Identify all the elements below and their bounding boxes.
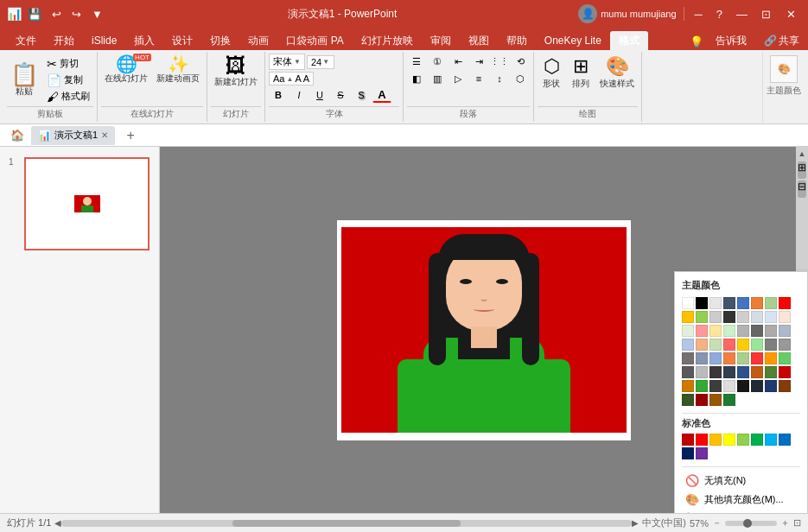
- shadow-btn[interactable]: S: [352, 87, 371, 103]
- color-menu-more-colors[interactable]: 🎨其他填充颜色(M)...: [682, 490, 800, 509]
- file-tab-close[interactable]: ✕: [101, 130, 108, 140]
- light-icon[interactable]: 💡: [686, 34, 707, 50]
- standard-color-swatch[interactable]: [696, 434, 708, 446]
- scroll-thumb-top-small[interactable]: ⊞: [798, 162, 806, 179]
- theme-color-swatch[interactable]: [737, 297, 749, 309]
- save-btn[interactable]: 💾: [24, 6, 45, 22]
- theme-color-swatch[interactable]: [709, 311, 722, 323]
- theme-color-swatch[interactable]: [709, 366, 722, 378]
- theme-color-swatch[interactable]: [723, 380, 735, 392]
- theme-color-swatch[interactable]: [696, 366, 708, 378]
- underline-btn[interactable]: U: [310, 87, 329, 103]
- theme-color-swatch[interactable]: [779, 311, 791, 323]
- theme-color-swatch[interactable]: [751, 366, 763, 378]
- indent-decrease-btn[interactable]: ⇤: [449, 54, 468, 69]
- fit-btn[interactable]: ⊡: [793, 517, 801, 529]
- window-minimize-btn[interactable]: —: [733, 6, 751, 22]
- online-slides-btn[interactable]: HOT 🌐 在线幻灯片: [101, 54, 151, 86]
- standard-color-swatch[interactable]: [723, 434, 735, 446]
- theme-color-swatch[interactable]: [696, 339, 708, 351]
- tab-share[interactable]: 🔗共享: [755, 31, 808, 50]
- strikethrough-btn[interactable]: S: [331, 87, 350, 103]
- tab-tell-me[interactable]: 告诉我: [707, 31, 755, 50]
- bullets-btn[interactable]: ☰: [407, 54, 426, 69]
- theme-color-swatch[interactable]: [709, 352, 722, 364]
- tab-pocketanim[interactable]: 口袋动画 PA: [277, 31, 352, 50]
- standard-color-swatch[interactable]: [696, 447, 708, 459]
- tab-slideshow[interactable]: 幻灯片放映: [353, 31, 422, 50]
- theme-color-swatch[interactable]: [751, 352, 763, 364]
- slide-thumb-1[interactable]: [24, 157, 150, 250]
- theme-color-swatch[interactable]: [723, 297, 735, 309]
- copy-btn[interactable]: 📄复制: [43, 73, 93, 88]
- theme-color-swatch[interactable]: [682, 311, 694, 323]
- undo-btn[interactable]: ↩: [48, 6, 65, 22]
- theme-color-swatch[interactable]: [709, 380, 722, 392]
- smart-art-btn[interactable]: ⬡: [511, 71, 530, 86]
- new-file-btn[interactable]: +: [122, 127, 139, 144]
- tab-file[interactable]: 文件: [7, 31, 45, 50]
- arrange-btn[interactable]: ⊞ 排列: [567, 54, 595, 92]
- user-area[interactable]: 👤 mumu mumujiang: [578, 4, 676, 23]
- window-restore-btn[interactable]: ⊡: [758, 6, 774, 22]
- theme-color-swatch[interactable]: [779, 325, 791, 337]
- theme-color-swatch[interactable]: [765, 311, 777, 323]
- theme-color-swatch[interactable]: [696, 352, 708, 364]
- theme-color-swatch[interactable]: [779, 297, 791, 309]
- file-tab-1[interactable]: 📊 演示文稿1 ✕: [31, 126, 115, 145]
- columns-btn[interactable]: ⋮⋮: [490, 54, 509, 69]
- theme-color-swatch[interactable]: [696, 394, 708, 406]
- align-left-btn[interactable]: ◧: [407, 71, 426, 86]
- theme-color-swatch[interactable]: [696, 297, 708, 309]
- tab-format[interactable]: 格式: [610, 31, 648, 50]
- tab-onekey[interactable]: OneKey Lite: [536, 31, 610, 50]
- theme-color-swatch[interactable]: [682, 325, 694, 337]
- standard-color-swatch[interactable]: [779, 434, 791, 446]
- theme-color-swatch[interactable]: [696, 380, 708, 392]
- theme-color-swatch[interactable]: [709, 394, 722, 406]
- theme-color-swatch[interactable]: [779, 339, 791, 351]
- theme-color-swatch[interactable]: [682, 297, 694, 309]
- tab-insert[interactable]: 插入: [125, 31, 163, 50]
- new-slide-btn[interactable]: 🖼 新建幻灯片: [211, 54, 261, 90]
- theme-color-swatch[interactable]: [709, 297, 722, 309]
- line-spacing-btn[interactable]: ↕: [490, 71, 509, 86]
- color-menu-no-fill[interactable]: 🚫无填充(N): [682, 471, 800, 490]
- photo-area[interactable]: [341, 227, 627, 433]
- theme-color-swatch[interactable]: [723, 311, 735, 323]
- scroll-up-btn[interactable]: ▲: [798, 148, 806, 160]
- theme-color-swatch[interactable]: [723, 339, 735, 351]
- align-right-btn[interactable]: ▷: [449, 71, 468, 86]
- numbering-btn[interactable]: ①: [428, 54, 447, 69]
- theme-color-swatch[interactable]: [765, 325, 777, 337]
- tab-animations[interactable]: 动画: [239, 31, 277, 50]
- indent-increase-btn[interactable]: ⇥: [469, 54, 488, 69]
- zoom-slider-track[interactable]: [725, 521, 777, 526]
- font-family-select-2[interactable]: Aa ▲ A A: [269, 72, 314, 86]
- standard-color-swatch[interactable]: [737, 434, 749, 446]
- zoom-in-btn[interactable]: ＋: [780, 516, 790, 529]
- fill-color-btn[interactable]: 🎨: [770, 55, 798, 83]
- theme-color-swatch[interactable]: [737, 311, 749, 323]
- h-scroll-track[interactable]: [61, 520, 631, 527]
- tab-help[interactable]: 帮助: [498, 31, 536, 50]
- theme-color-swatch[interactable]: [723, 352, 735, 364]
- tab-review[interactable]: 审阅: [422, 31, 460, 50]
- theme-color-swatch[interactable]: [723, 394, 735, 406]
- theme-color-swatch[interactable]: [696, 325, 708, 337]
- paste-btn[interactable]: 📋 粘贴: [7, 61, 41, 99]
- tab-design[interactable]: 设计: [163, 31, 201, 50]
- new-anim-btn[interactable]: ✨ 新建动画页: [153, 54, 203, 86]
- standard-color-swatch[interactable]: [765, 434, 777, 446]
- theme-color-swatch[interactable]: [682, 352, 694, 364]
- customize-btn[interactable]: ▼: [88, 6, 106, 22]
- scroll-right-btn[interactable]: ▶: [632, 518, 639, 528]
- theme-color-swatch[interactable]: [696, 311, 708, 323]
- theme-color-swatch[interactable]: [751, 339, 763, 351]
- font-family-select[interactable]: 宋体 ▼: [269, 54, 305, 70]
- ribbon-minimize-btn[interactable]: ─: [691, 6, 706, 22]
- window-close-btn[interactable]: ✕: [781, 6, 801, 22]
- zoom-slider-thumb[interactable]: [743, 519, 752, 528]
- theme-color-swatch[interactable]: [751, 297, 763, 309]
- theme-color-swatch[interactable]: [682, 380, 694, 392]
